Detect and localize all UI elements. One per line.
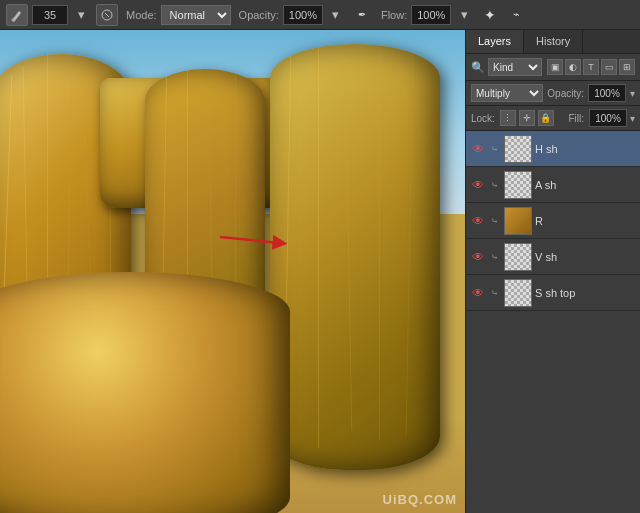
layer-thumbnail <box>504 135 532 163</box>
lock-row: Lock: ⋮ ✛ 🔒 Fill: ▾ <box>466 106 640 131</box>
flow-label: Flow: <box>381 9 407 21</box>
layer-row[interactable]: 👁 ⤷ A sh <box>466 167 640 203</box>
mode-select[interactable]: Normal <box>161 5 231 25</box>
opacity-dropdown-icon[interactable]: ▾ <box>630 88 635 99</box>
fill-input[interactable] <box>589 109 627 127</box>
mode-label: Mode: <box>126 9 157 21</box>
red-arrow <box>215 225 285 245</box>
opacity-panel-label: Opacity: <box>547 88 584 99</box>
layer-visibility-icon[interactable]: 👁 <box>470 285 486 301</box>
svg-point-0 <box>12 18 15 21</box>
opacity-panel-input[interactable] <box>588 84 626 102</box>
layer-visibility-icon[interactable]: 👁 <box>470 141 486 157</box>
airbrush-icon[interactable] <box>96 4 118 26</box>
brush-size-input[interactable] <box>32 5 68 25</box>
layer-name: V sh <box>535 251 636 263</box>
layer-visibility-icon[interactable]: 👁 <box>470 213 486 229</box>
brush-size-box: ▾ <box>32 4 92 26</box>
watermark: UiBQ.COM <box>383 492 457 507</box>
text-filter-icon[interactable]: T <box>583 59 599 75</box>
layer-visibility-icon[interactable]: 👁 <box>470 177 486 193</box>
hay-bale-bottom <box>0 272 290 514</box>
opacity-box: ▾ <box>283 4 347 26</box>
canvas-area[interactable]: UiBQ.COM <box>0 30 465 513</box>
pixel-filter-icon[interactable]: ▣ <box>547 59 563 75</box>
kind-select[interactable]: Kind <box>488 58 542 76</box>
kind-filter-icons: ▣ ◐ T ▭ ⊞ <box>547 59 635 75</box>
flow-box: ▾ <box>411 4 475 26</box>
fill-dropdown-icon[interactable]: ▾ <box>630 113 635 124</box>
svg-line-3 <box>220 237 280 243</box>
layer-name: R <box>535 215 636 227</box>
hay-image: UiBQ.COM <box>0 30 465 513</box>
layer-link-icon: ⤷ <box>489 143 501 155</box>
layer-link-icon: ⤷ <box>489 215 501 227</box>
toolbar: ▾ Mode: Normal Opacity: ▾ ✒ Flow: ▾ ✦ ⌁ <box>0 0 640 30</box>
layer-row[interactable]: 👁 ⤷ S sh top <box>466 275 640 311</box>
panel-tabs: Layers History <box>466 30 640 54</box>
shape-filter-icon[interactable]: ▭ <box>601 59 617 75</box>
kind-row: 🔍 Kind ▣ ◐ T ▭ ⊞ <box>466 54 640 81</box>
lock-label: Lock: <box>471 113 495 124</box>
layer-thumbnail <box>504 279 532 307</box>
hay-bale-right <box>270 44 440 469</box>
blend-mode-row: Multiply Opacity: ▾ <box>466 81 640 106</box>
opacity-label: Opacity: <box>239 9 279 21</box>
layer-link-icon: ⤷ <box>489 287 501 299</box>
smart-filter-icon[interactable]: ⊞ <box>619 59 635 75</box>
lock-position-icon[interactable]: ✛ <box>519 110 535 126</box>
lock-pixels-icon[interactable]: ⋮ <box>500 110 516 126</box>
layer-row[interactable]: 👁 ⤷ R <box>466 203 640 239</box>
search-icon: 🔍 <box>471 61 485 74</box>
tab-history[interactable]: History <box>524 30 583 53</box>
airbrush-toggle-icon[interactable]: ✦ <box>479 4 501 26</box>
layer-name: S sh top <box>535 287 636 299</box>
layers-list: 👁 ⤷ H sh 👁 ⤷ A sh 👁 ⤷ R 👁 <box>466 131 640 513</box>
layers-panel: Layers History 🔍 Kind ▣ ◐ T ▭ ⊞ Multiply… <box>465 30 640 513</box>
layer-name: H sh <box>535 143 636 155</box>
fill-label: Fill: <box>568 113 584 124</box>
opacity-dropdown-icon[interactable]: ▾ <box>325 4 347 26</box>
layer-link-icon: ⤷ <box>489 251 501 263</box>
main-area: UiBQ.COM Layers History 🔍 Kind ▣ ◐ T ▭ ⊞ <box>0 30 640 513</box>
smoothing-icon[interactable]: ⌁ <box>505 4 527 26</box>
flow-dropdown-icon[interactable]: ▾ <box>453 4 475 26</box>
layer-row[interactable]: 👁 ⤷ V sh <box>466 239 640 275</box>
layer-thumbnail <box>504 207 532 235</box>
adjustment-filter-icon[interactable]: ◐ <box>565 59 581 75</box>
tablet-pressure-icon[interactable]: ✒ <box>351 4 373 26</box>
flow-input[interactable] <box>411 5 451 25</box>
layer-link-icon: ⤷ <box>489 179 501 191</box>
layer-thumbnail <box>504 243 532 271</box>
layer-row[interactable]: 👁 ⤷ H sh <box>466 131 640 167</box>
size-dropdown-icon[interactable]: ▾ <box>70 4 92 26</box>
layer-visibility-icon[interactable]: 👁 <box>470 249 486 265</box>
opacity-input[interactable] <box>283 5 323 25</box>
layer-thumbnail <box>504 171 532 199</box>
brush-tool-icon[interactable] <box>6 4 28 26</box>
blend-mode-select[interactable]: Multiply <box>471 84 543 102</box>
layer-name: A sh <box>535 179 636 191</box>
lock-all-icon[interactable]: 🔒 <box>538 110 554 126</box>
tab-layers[interactable]: Layers <box>466 30 524 53</box>
